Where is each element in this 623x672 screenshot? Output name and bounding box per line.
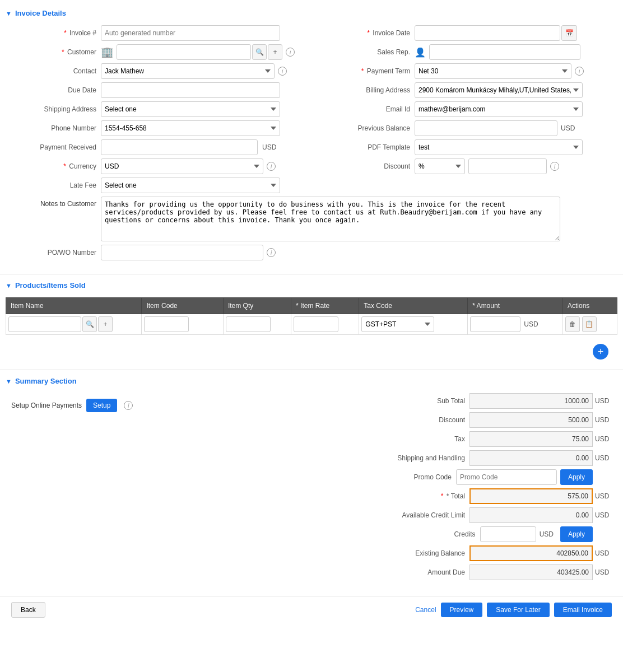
existing-balance-label: Existing Balance — [357, 549, 469, 557]
form-col-late-fee: Late Fee Select one — [11, 178, 325, 193]
pdf-template-select[interactable]: test — [415, 139, 583, 155]
currency-info-icon[interactable]: i — [267, 162, 276, 171]
cancel-button[interactable]: Cancel — [415, 603, 436, 617]
setup-info-icon[interactable]: i — [124, 401, 133, 410]
summary-row-subtotal: Sub Total 1000.00 USD — [247, 393, 612, 409]
apply-promo-button[interactable]: Apply — [560, 469, 593, 485]
sales-rep-icon: 👤 — [415, 47, 426, 58]
footer-right: Cancel Preview Save For Later Email Invo… — [415, 603, 612, 617]
due-date-input[interactable]: 06/24/2016 — [101, 82, 280, 98]
promo-row: Promo Code Apply — [247, 469, 612, 485]
form-col-phone: Phone Number 1554-455-658 — [11, 120, 325, 136]
form-row-currency: * Currency USD i Discount % — [11, 158, 612, 174]
customer-add-icon[interactable]: + — [268, 44, 282, 60]
products-table-header: Item Name Item Code Item Qty * Item Rate… — [6, 298, 617, 314]
prev-balance-currency: USD — [561, 124, 575, 132]
col-item-rate: * Item Rate — [291, 298, 359, 314]
email-select[interactable]: mathew@berijam.com — [415, 101, 583, 117]
promo-code-input[interactable] — [456, 469, 557, 485]
add-row-button[interactable]: + — [593, 344, 608, 360]
form-col-invoice-num: * Invoice # — [11, 25, 325, 41]
summary-row-shipping: Shipping and Handling 0.00 USD — [247, 450, 612, 466]
apply-credits-button[interactable]: Apply — [560, 526, 593, 542]
products-section-header[interactable]: ▼ Products/Items Sold — [0, 278, 623, 293]
sales-rep-input[interactable]: Ruth C. Beaudry — [429, 44, 580, 60]
customer-search-icon[interactable]: 🔍 — [252, 44, 267, 60]
customer-label: * Customer — [11, 48, 101, 56]
calendar-icon[interactable]: 📅 — [561, 25, 577, 41]
invoice-details-header[interactable]: ▼ Invoice Details — [0, 6, 623, 21]
summary-section-header[interactable]: ▼ Summary Section — [0, 374, 623, 389]
item-search-icon[interactable]: 🔍 — [82, 316, 97, 332]
invoice-date-label: * Invoice Date — [325, 29, 415, 37]
tax-code-select[interactable]: GST+PST — [361, 316, 434, 332]
currency-wrapper: USD i — [101, 158, 276, 174]
phone-select[interactable]: 1554-455-658 — [101, 120, 280, 136]
credits-input[interactable]: 0.00 — [480, 526, 536, 542]
contact-info-icon[interactable]: i — [278, 67, 287, 76]
currency-select[interactable]: USD — [101, 158, 263, 174]
amount-input[interactable]: 1000.00 — [470, 316, 520, 332]
customer-wrapper: 🏢 Apple Computers 🔍 + i — [101, 44, 295, 60]
discount-info-icon[interactable]: i — [550, 162, 559, 171]
invoice-date-wrapper: 05/25/2016 📅 — [415, 25, 577, 41]
discount-type-select[interactable]: % — [415, 158, 465, 174]
powo-input[interactable]: 4086 — [101, 245, 263, 260]
powo-info-icon[interactable]: i — [267, 248, 276, 257]
table-row: Titan Wrist Watches 🔍 + 8 1.00 1000 — [6, 314, 617, 335]
invoice-num-input[interactable] — [101, 25, 280, 41]
customer-info-icon[interactable]: i — [286, 48, 295, 57]
form-col-powo: PO/WO Number 4086 i — [11, 245, 325, 260]
credit-limit-label: Available Credit Limit — [357, 511, 469, 519]
summary-left: Setup Online Payments Setup i — [11, 393, 235, 584]
amount-wrapper: 1000.00 USD — [470, 316, 560, 332]
discount-label: Discount — [325, 162, 415, 170]
preview-button[interactable]: Preview — [441, 603, 483, 617]
col-item-name: Item Name — [6, 298, 142, 314]
prev-balance-input[interactable]: 402850.00 — [415, 120, 557, 136]
payment-term-select[interactable]: Net 30 — [415, 63, 571, 79]
promo-label: Promo Code — [344, 473, 456, 481]
prev-balance-label: Previous Balance — [325, 124, 415, 132]
billing-address-select[interactable]: 2900 Komárom Munkácsy Mihály,UT,United S… — [415, 82, 583, 98]
sales-rep-wrapper: 👤 Ruth C. Beaudry — [415, 44, 580, 60]
tax-value: 75.00 — [469, 431, 593, 447]
chevron-icon: ▼ — [6, 10, 12, 17]
actions-cell: 🗑 📋 — [562, 314, 617, 335]
item-code-input[interactable]: 8 — [144, 316, 189, 332]
item-name-input[interactable]: Titan Wrist Watches — [8, 316, 81, 332]
discount-value-input[interactable]: 50.00 — [468, 158, 547, 174]
form-col-payment-received: Payment Received 0.00 USD — [11, 139, 325, 155]
item-name-cell: Titan Wrist Watches 🔍 + — [6, 314, 142, 335]
summary-discount-value: 500.00 — [469, 412, 593, 428]
save-for-later-button[interactable]: Save For Later — [487, 603, 549, 617]
late-fee-select[interactable]: Select one — [101, 178, 280, 193]
summary-row-existing-balance: Existing Balance 402850.00 USD — [247, 545, 612, 561]
summary-row-total: * * Total 575.00 USD — [247, 488, 612, 504]
contact-select[interactable]: Jack Mathew — [101, 63, 275, 79]
total-currency: USD — [595, 492, 612, 500]
item-add-icon[interactable]: + — [98, 316, 113, 332]
setup-button[interactable]: Setup — [86, 399, 117, 412]
form-col-email: Email Id mathew@berijam.com — [325, 101, 612, 117]
back-button[interactable]: Back — [11, 602, 45, 618]
form-row-powo: PO/WO Number 4086 i — [11, 245, 612, 260]
invoice-date-input[interactable]: 05/25/2016 — [415, 25, 560, 41]
notes-textarea[interactable]: Thanks for providing us the opportunity … — [101, 197, 560, 241]
copy-icon[interactable]: 📋 — [582, 316, 597, 332]
form-col-prev-balance: Previous Balance 402850.00 USD — [325, 120, 612, 136]
powo-label: PO/WO Number — [11, 249, 101, 256]
products-section-body: Item Name Item Code Item Qty * Item Rate… — [0, 293, 623, 366]
invoice-details-form: * Invoice # * Invoice Date 05/25/2016 📅 — [0, 21, 623, 270]
shipping-currency: USD — [595, 454, 612, 462]
payment-received-input[interactable]: 0.00 — [101, 139, 258, 155]
shipping-address-select[interactable]: Select one — [101, 101, 280, 117]
item-rate-input[interactable]: 1000 — [294, 316, 338, 332]
customer-input[interactable]: Apple Computers — [117, 44, 251, 60]
credits-row: Credits 0.00 USD Apply — [247, 526, 612, 542]
delete-icon[interactable]: 🗑 — [565, 316, 580, 332]
customer-icon: 🏢 — [101, 46, 113, 58]
payment-term-info-icon[interactable]: i — [575, 67, 584, 76]
item-qty-input[interactable]: 1.00 — [226, 316, 271, 332]
email-invoice-button[interactable]: Email Invoice — [554, 603, 612, 617]
